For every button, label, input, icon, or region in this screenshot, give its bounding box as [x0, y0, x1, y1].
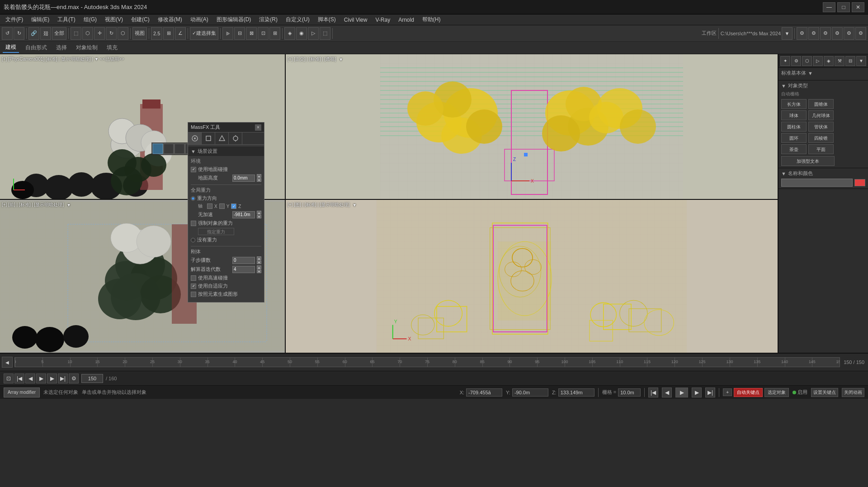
menu-arnold[interactable]: Arnold [395, 16, 418, 24]
geosphere-button[interactable]: 几何球体 [808, 110, 834, 120]
next-key-button[interactable]: ▶ [47, 374, 57, 383]
last-frame-button[interactable]: ▶| [58, 374, 68, 383]
render-settings1[interactable]: ⚙ [797, 27, 807, 40]
high-quality-checkbox[interactable] [191, 275, 196, 281]
close-button[interactable]: ✕ [852, 2, 864, 12]
y-coord-input[interactable] [512, 388, 548, 397]
align-button[interactable]: ⊟ [234, 27, 245, 40]
key-mode-button[interactable]: ⊡ [4, 374, 14, 383]
plane-button[interactable]: 平面 [808, 144, 834, 154]
maximize-button[interactable]: □ [837, 2, 850, 12]
x-coord-input[interactable] [466, 388, 502, 397]
move-button[interactable]: ✛ [94, 27, 105, 40]
pyramid-button[interactable]: 四棱锥 [808, 133, 834, 143]
menu-script[interactable]: 脚本(S) [314, 15, 340, 24]
cone-button[interactable]: 圆锥体 [808, 99, 834, 109]
sub-toolbar-fill[interactable]: 填充 [104, 43, 120, 52]
render-settings3[interactable]: ⚙ [820, 27, 831, 40]
tube-button[interactable]: 管状体 [808, 122, 834, 132]
timeline-collapse-button[interactable]: ◀ [2, 357, 13, 368]
extended-text-button[interactable]: 加强型文本 [781, 156, 835, 166]
menu-group[interactable]: 组(G) [80, 15, 100, 24]
no-accel-stepper[interactable]: ▲ ▼ [257, 211, 261, 218]
massfx-tab-tools[interactable] [202, 132, 215, 144]
status-play[interactable]: ▶ [675, 388, 688, 397]
sub-toolbar-paint[interactable]: 对象绘制 [73, 43, 100, 52]
menu-civil-view[interactable]: Civil View [340, 16, 371, 24]
frame-rate-button[interactable]: ⚙ [69, 374, 79, 383]
menu-file[interactable]: 文件(F) [2, 15, 27, 24]
menu-edit[interactable]: 编辑(E) [28, 15, 53, 24]
sub-toolbar-select[interactable]: 选择 [53, 43, 70, 52]
force-gravity-checkbox[interactable] [191, 221, 196, 226]
custom-gravity-btn[interactable]: 指定重力 [198, 228, 234, 235]
quick-render[interactable]: ▷ [308, 27, 319, 40]
massfx-tab-scene[interactable] [188, 132, 202, 144]
menu-vray[interactable]: V-Ray [372, 16, 394, 24]
render-settings2[interactable]: ⚙ [808, 27, 819, 40]
align-normal[interactable]: ⊡ [258, 27, 269, 40]
solver-stepper[interactable]: ▲ ▼ [257, 265, 261, 273]
viewport-top[interactable]: [+] [图] | [标准] | [显示明暗处理] ▼ [286, 200, 778, 353]
menu-view[interactable]: 视图(V) [101, 15, 127, 24]
named-selection-set[interactable]: ✓建选择集 [190, 27, 218, 40]
align-view[interactable]: ⊞ [269, 27, 280, 40]
ground-height-stepper[interactable]: ▲ ▼ [257, 174, 261, 182]
view-dropdown[interactable]: 视图 [132, 27, 147, 40]
adaptive-checkbox[interactable]: ✓ [191, 284, 196, 289]
render-frame[interactable]: ⬚ [320, 27, 330, 40]
scale-button[interactable]: ⬡ [118, 27, 128, 40]
massfx-tab-objects[interactable] [215, 132, 229, 144]
minimize-button[interactable]: — [823, 2, 835, 12]
undo-button[interactable]: ↺ [2, 27, 13, 40]
cylinder-button[interactable]: 圆柱体 [781, 122, 807, 132]
render-scene[interactable]: ◉ [296, 27, 307, 40]
render-settings6[interactable]: ⚙ [855, 27, 866, 40]
status-first-frame[interactable]: |◀ [648, 388, 658, 397]
massfx-tab-settings[interactable] [229, 132, 242, 144]
current-frame-input[interactable] [81, 374, 103, 383]
sphere-button[interactable]: 球体 [781, 110, 807, 120]
modify-tab[interactable]: ⚙ [791, 56, 801, 66]
object-name-input[interactable] [781, 179, 853, 187]
extra-btn1[interactable]: ⊟ [845, 56, 855, 66]
render-settings4[interactable]: ⚙ [832, 27, 843, 40]
angle-snap[interactable]: ∠ [175, 27, 186, 40]
no-accel-input[interactable] [232, 211, 255, 218]
unlink-button[interactable]: ⛓ [40, 27, 51, 40]
color-swatch[interactable] [854, 179, 865, 186]
menu-graph-editor[interactable]: 图形编辑器(D) [213, 15, 255, 24]
grid-value-input[interactable] [618, 388, 641, 397]
menu-render[interactable]: 渲染(R) [255, 15, 281, 24]
per-element-checkbox[interactable] [191, 292, 196, 297]
substep-input[interactable] [232, 257, 255, 264]
prev-key-button[interactable]: ◀ [25, 374, 35, 383]
first-frame-button[interactable]: |◀ [14, 374, 24, 383]
substep-stepper[interactable]: ▲ ▼ [257, 256, 261, 264]
massfx-close-button[interactable]: × [255, 124, 261, 131]
select-object-button[interactable]: ⬚ [71, 27, 81, 40]
y-axis-checkbox[interactable] [219, 203, 225, 209]
sub-toolbar-freeform[interactable]: 自由形式 [23, 43, 50, 52]
motion-tab[interactable]: ▷ [813, 56, 823, 66]
hierarchy-tab[interactable]: ⬡ [802, 56, 812, 66]
menu-create[interactable]: 创建(C) [127, 15, 153, 24]
close-anim-button[interactable]: 关闭动画 [842, 388, 864, 397]
create-tab[interactable]: ✦ [780, 56, 790, 66]
rotate-button[interactable]: ↻ [106, 27, 117, 40]
use-ground-checkbox[interactable]: ✓ [191, 167, 196, 172]
snap-toggle[interactable]: ⊞ [163, 27, 174, 40]
redo-button[interactable]: ↻ [14, 27, 24, 40]
menu-modifier[interactable]: 修改器(M) [154, 15, 186, 24]
render-settings5[interactable]: ⚙ [844, 27, 854, 40]
gravity-direction-radio[interactable] [191, 196, 195, 201]
z-coord-input[interactable] [558, 388, 594, 397]
timeline-track[interactable]: 0510152025303540455055606570758085909510… [14, 357, 840, 367]
select-all-button[interactable]: 全部 [52, 27, 66, 40]
ground-height-input[interactable] [232, 175, 255, 182]
z-axis-checkbox[interactable]: ✓ [231, 203, 236, 209]
display-tab[interactable]: ◈ [824, 56, 834, 66]
add-time-tag-button[interactable]: + [723, 388, 732, 396]
utilities-tab[interactable]: ⚒ [835, 56, 844, 66]
menu-animation[interactable]: 动画(A) [187, 15, 212, 24]
